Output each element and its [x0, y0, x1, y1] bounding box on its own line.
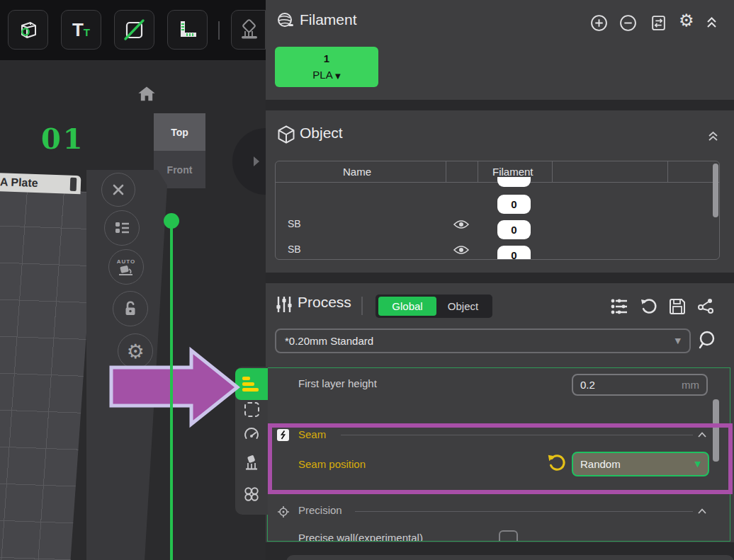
precise-wall-checkbox[interactable] — [499, 530, 518, 542]
precision-group-icon — [277, 505, 290, 518]
param-unit: mm — [682, 379, 699, 391]
process-scope-toggle: Global Object — [376, 295, 492, 318]
measure-button[interactable] — [167, 10, 208, 50]
object-section-title: Object — [300, 125, 343, 142]
reset-preset-button[interactable] — [639, 297, 657, 316]
object-name: SB — [288, 218, 301, 229]
remove-filament-button[interactable] — [619, 14, 637, 32]
col-divider — [667, 161, 668, 183]
object-icon — [276, 125, 296, 144]
object-table: Name Filament SB 0 SB — [275, 161, 720, 260]
quality-bars-icon — [242, 382, 254, 386]
cut-button[interactable] — [114, 10, 154, 50]
plate-lock-marker-icon — [70, 178, 77, 191]
panel-collapse-handle[interactable] — [232, 128, 266, 195]
filament-badge[interactable]: 0 — [497, 220, 531, 239]
add-filament-button[interactable] — [590, 14, 608, 32]
strength-icon — [244, 402, 259, 417]
filament-slot-button[interactable]: 1 PLA ▼ — [275, 47, 378, 87]
filament-badge-partial[interactable] — [497, 177, 531, 187]
first-layer-height-input[interactable]: 0.2 mm — [572, 374, 708, 396]
tab-object[interactable]: Object — [436, 297, 490, 316]
add-primitive-button[interactable] — [8, 10, 48, 50]
tab-others[interactable] — [243, 486, 260, 503]
tab-strength[interactable] — [243, 401, 260, 418]
viewcube-top-face[interactable]: Top — [154, 113, 205, 151]
caret-down-icon: ▼ — [335, 72, 341, 80]
speed-gauge-icon — [243, 426, 260, 443]
col-header-name: Name — [343, 166, 371, 178]
col-divider — [478, 161, 478, 183]
group-divider — [355, 511, 693, 512]
slicer-app-window: A Plate 01 Top Front AUTO — [0, 0, 734, 560]
col-divider — [552, 161, 553, 183]
col-header-filament: Filament — [492, 166, 533, 178]
visibility-eye-icon[interactable] — [453, 219, 470, 230]
preset-dropdown[interactable]: *0.20mm Standard ▼ — [275, 328, 691, 353]
parameter-table-button[interactable] — [610, 297, 628, 316]
filament-slot-number: 1 — [275, 47, 378, 64]
tab-support[interactable] — [243, 455, 260, 472]
filament-badge[interactable]: 0 — [497, 195, 531, 214]
param-label: First layer height — [298, 377, 377, 389]
table-scrollbar[interactable] — [713, 164, 718, 217]
filament-collapse-icon[interactable] — [706, 16, 717, 30]
quality-bars-icon — [242, 377, 250, 380]
close-plate-button[interactable] — [101, 173, 135, 207]
filament-section-title: Filament — [300, 11, 357, 28]
lock-button[interactable] — [113, 291, 148, 326]
visibility-eye-icon[interactable] — [453, 244, 470, 256]
main-toolbar: TT — [0, 0, 266, 60]
flow-calibration-button[interactable] — [696, 297, 715, 316]
annotation-arrow — [108, 346, 242, 428]
panel-collapse-arrow-icon — [254, 156, 259, 166]
precise-wall-label: Precise wall(experimental) — [298, 532, 423, 542]
plate-number: 01 — [41, 122, 85, 155]
sync-filament-icon[interactable] — [650, 14, 667, 32]
text-tool-icon: TT — [72, 21, 90, 39]
object-collapse-icon[interactable] — [708, 130, 718, 143]
support-icon — [243, 455, 260, 472]
save-preset-button[interactable] — [668, 297, 687, 316]
object-name: SB — [288, 244, 301, 255]
filament-icon — [276, 11, 295, 30]
section-separator — [266, 273, 734, 283]
header-divider — [361, 297, 363, 315]
caret-down-icon: ▼ — [675, 336, 681, 345]
precision-collapse-icon[interactable] — [697, 508, 707, 515]
build-plate-grid[interactable] — [0, 188, 96, 560]
auto-orient-label: AUTO — [117, 258, 136, 265]
param-value: 0.2 — [580, 379, 595, 391]
col-divider — [446, 161, 446, 183]
viewcube-top-label: Top — [171, 127, 188, 138]
seam-indicator-line — [170, 221, 173, 560]
process-icon — [275, 295, 293, 314]
tab-global[interactable]: Global — [378, 297, 436, 316]
preset-value: *0.20mm Standard — [285, 335, 373, 347]
next-panel-card-top — [286, 555, 734, 560]
section-separator — [266, 100, 734, 110]
tab-speed[interactable] — [243, 426, 260, 443]
process-section-title: Process — [298, 294, 351, 311]
support-paint-button[interactable] — [231, 10, 266, 50]
filament-slot-material: PLA — [312, 69, 332, 81]
add-text-button[interactable]: TT — [61, 10, 101, 50]
plate-name-label: A Plate — [0, 176, 38, 190]
plate-name-tab[interactable]: A Plate — [0, 173, 81, 194]
viewcube-front-label: Front — [167, 164, 193, 176]
home-view-icon[interactable] — [137, 84, 157, 104]
filament-settings-gear-icon[interactable]: ⚙ — [679, 11, 694, 30]
search-params-button[interactable] — [696, 329, 717, 350]
others-clover-icon — [243, 486, 260, 503]
seam-indicator-dot[interactable] — [164, 213, 179, 229]
auto-orient-button[interactable]: AUTO — [108, 249, 144, 285]
precision-group-title: Precision — [298, 504, 342, 516]
toolbar-divider — [218, 21, 220, 40]
quality-bars-icon — [242, 388, 259, 392]
annotation-highlight-rect — [268, 423, 733, 494]
filament-badge[interactable]: 0 — [497, 246, 531, 260]
object-list-button[interactable] — [104, 210, 140, 246]
